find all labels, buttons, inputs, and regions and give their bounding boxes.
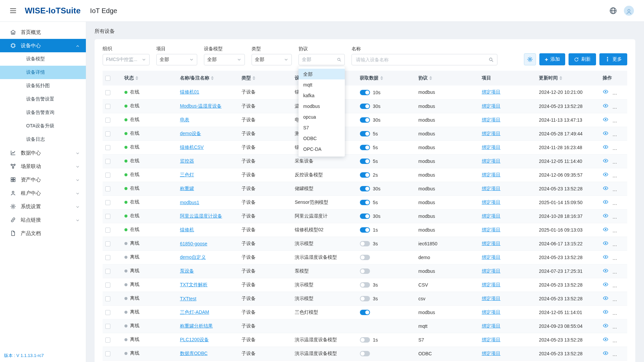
row-settings-gear-icon[interactable] <box>622 323 627 328</box>
device-name-link[interactable]: demo自定义 <box>180 254 206 260</box>
device-name-link[interactable]: 镭修机CSV <box>180 144 204 150</box>
bind-project-link[interactable]: 绑定项目 <box>482 241 500 246</box>
sidebar-subitem-device-log[interactable]: 设备日志 <box>0 133 86 146</box>
bind-project-link[interactable]: 绑定项目 <box>482 144 500 150</box>
device-name-link[interactable]: 监控器 <box>180 158 194 164</box>
preview-eye-icon[interactable] <box>603 172 608 177</box>
preview-eye-icon[interactable] <box>603 130 608 136</box>
bind-project-link[interactable]: 绑定项目 <box>482 117 500 122</box>
sidebar-item-tenant-center[interactable]: 租户中心 <box>0 186 86 200</box>
col-header-type[interactable]: 类型 <box>239 71 292 85</box>
org-filter-select[interactable]: FMCS中控监... <box>103 54 150 65</box>
preview-eye-icon[interactable] <box>603 282 608 287</box>
bind-project-link[interactable]: 绑定项目 <box>482 199 500 205</box>
sort-icon[interactable] <box>136 76 138 80</box>
device-name-link[interactable]: 数据库ODBC <box>180 351 207 356</box>
sidebar-item-asset-center[interactable]: 资产中心 <box>0 173 86 186</box>
sidebar-item-data-center[interactable]: 数据中心 <box>0 146 86 160</box>
device-name-link[interactable]: Modbus-温湿度设备 <box>180 103 221 109</box>
preview-eye-icon[interactable] <box>603 144 608 150</box>
bind-project-link[interactable]: 绑定项目 <box>482 172 500 177</box>
sidebar-item-product-docs[interactable]: 产品文档 <box>0 227 86 240</box>
row-checkbox[interactable] <box>105 131 110 136</box>
bind-project-link[interactable]: 绑定项目 <box>482 296 500 301</box>
device-name-link[interactable]: 泵设备 <box>180 268 194 274</box>
collect-data-toggle[interactable] <box>360 90 370 95</box>
row-settings-gear-icon[interactable] <box>622 282 627 287</box>
collect-data-toggle[interactable] <box>360 159 370 164</box>
row-checkbox[interactable] <box>105 159 110 164</box>
row-settings-gear-icon[interactable] <box>622 130 627 136</box>
preview-eye-icon[interactable] <box>603 158 608 164</box>
device-name-link[interactable]: 电表 <box>180 117 189 122</box>
row-settings-gear-icon[interactable] <box>622 117 627 122</box>
collect-data-toggle[interactable] <box>360 296 370 301</box>
collect-data-toggle[interactable] <box>360 351 370 356</box>
preview-eye-icon[interactable] <box>603 295 608 301</box>
collect-data-toggle[interactable] <box>360 200 370 205</box>
collect-data-toggle[interactable] <box>360 172 370 178</box>
bind-project-link[interactable]: 绑定项目 <box>482 213 500 219</box>
row-settings-gear-icon[interactable] <box>622 309 627 315</box>
bind-project-link[interactable]: 绑定项目 <box>482 268 500 274</box>
bind-project-link[interactable]: 绑定项目 <box>482 309 500 315</box>
column-settings-button[interactable] <box>524 53 536 65</box>
row-checkbox[interactable] <box>105 214 110 219</box>
sidebar-subitem-device-alarm-query[interactable]: 设备告警查询 <box>0 106 86 119</box>
preview-eye-icon[interactable] <box>603 213 608 219</box>
sidebar-subitem-device-topology[interactable]: 设备拓扑图 <box>0 79 86 93</box>
row-checkbox[interactable] <box>105 200 110 205</box>
collect-data-toggle[interactable] <box>360 255 370 260</box>
collect-data-toggle[interactable] <box>360 131 370 136</box>
device-name-link[interactable]: 称重罐 <box>180 186 194 191</box>
sidebar-item-device-center[interactable]: 设备中心 <box>0 39 86 52</box>
device-name-link[interactable]: modbus1 <box>180 200 199 205</box>
refresh-button[interactable]: 刷新 <box>569 53 596 65</box>
preview-eye-icon[interactable] <box>603 103 608 109</box>
device-name-input[interactable] <box>355 57 488 63</box>
sidebar-item-site-links[interactable]: 站点链接 <box>0 213 86 227</box>
row-settings-gear-icon[interactable] <box>622 158 627 164</box>
collect-data-toggle[interactable] <box>360 186 370 191</box>
row-checkbox[interactable] <box>105 173 110 178</box>
row-settings-gear-icon[interactable] <box>622 185 627 191</box>
row-checkbox[interactable] <box>105 324 110 329</box>
row-settings-gear-icon[interactable] <box>622 103 627 109</box>
collect-data-toggle[interactable] <box>360 337 370 343</box>
sidebar-item-system-settings[interactable]: 系统设置 <box>0 200 86 213</box>
protocol-option[interactable]: kafka <box>299 90 345 101</box>
sidebar-item-home[interactable]: 首页概览 <box>0 25 86 39</box>
row-settings-gear-icon[interactable] <box>622 295 627 301</box>
preview-eye-icon[interactable] <box>603 185 608 191</box>
header-checkbox[interactable] <box>105 76 110 81</box>
bind-project-link[interactable]: 绑定项目 <box>482 351 500 356</box>
bind-project-link[interactable]: 绑定项目 <box>482 186 500 191</box>
preview-eye-icon[interactable] <box>603 254 608 260</box>
row-settings-gear-icon[interactable] <box>622 254 627 260</box>
row-checkbox[interactable] <box>105 296 110 301</box>
device-name-link[interactable]: 三色灯 <box>180 172 194 177</box>
row-checkbox[interactable] <box>105 145 110 150</box>
bind-project-link[interactable]: 绑定项目 <box>482 131 500 136</box>
sort-icon[interactable] <box>380 76 383 80</box>
hamburger-menu-icon[interactable] <box>10 7 17 14</box>
row-checkbox[interactable] <box>105 283 110 288</box>
row-checkbox[interactable] <box>105 104 110 109</box>
language-globe-icon[interactable] <box>609 7 617 15</box>
collect-data-toggle[interactable] <box>360 310 370 315</box>
device-name-link[interactable]: 镭修机 <box>180 227 194 232</box>
row-settings-gear-icon[interactable] <box>622 213 627 219</box>
device-name-link[interactable]: demo设备 <box>180 131 201 136</box>
row-settings-gear-icon[interactable] <box>622 268 627 274</box>
sort-icon[interactable] <box>429 76 432 80</box>
preview-eye-icon[interactable] <box>603 117 608 122</box>
row-settings-gear-icon[interactable] <box>622 144 627 150</box>
add-button[interactable]: + 添加 <box>539 53 565 65</box>
device-name-link[interactable]: 阿里云温湿度计设备 <box>180 213 222 219</box>
bind-project-link[interactable]: 绑定项目 <box>482 254 500 260</box>
device-name-link[interactable]: 61850-goose <box>180 241 207 246</box>
preview-eye-icon[interactable] <box>603 89 608 95</box>
bind-project-link[interactable]: 绑定项目 <box>482 227 500 232</box>
preview-eye-icon[interactable] <box>603 350 608 356</box>
row-checkbox[interactable] <box>105 351 110 356</box>
